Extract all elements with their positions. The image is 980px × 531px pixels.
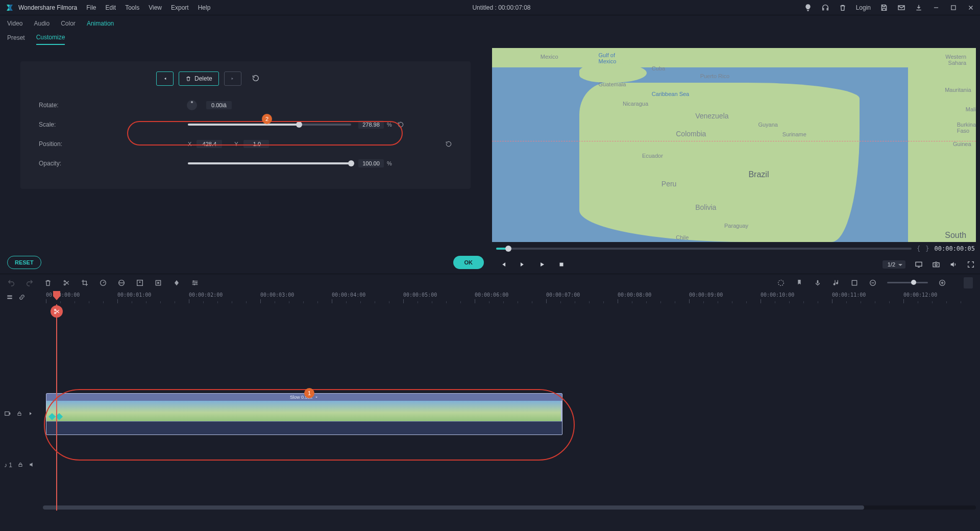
redo-icon[interactable] bbox=[26, 279, 34, 287]
track-toggle-icon[interactable] bbox=[28, 411, 34, 418]
prev-keyframe-button[interactable] bbox=[156, 71, 174, 86]
zoom-in-icon[interactable] bbox=[938, 279, 946, 287]
next-keyframe-button[interactable] bbox=[224, 71, 241, 86]
stop-button[interactable] bbox=[557, 260, 566, 269]
map-label: Venezuela bbox=[695, 112, 728, 120]
voiceover-icon[interactable] bbox=[814, 279, 822, 287]
marker-icon[interactable] bbox=[795, 279, 803, 287]
opacity-label: Opacity: bbox=[39, 160, 69, 167]
video-track-body[interactable]: Slow 0.50x Map Only bbox=[43, 391, 980, 437]
save-icon[interactable] bbox=[880, 4, 888, 12]
map-label: Gulf of Mexico bbox=[599, 52, 617, 64]
undo-icon[interactable] bbox=[7, 279, 15, 287]
zoom-slider[interactable] bbox=[887, 282, 928, 283]
tab-color[interactable]: Color bbox=[61, 20, 76, 27]
opacity-value[interactable]: 100.00 bbox=[358, 159, 384, 167]
scale-reset-icon[interactable] bbox=[397, 121, 404, 128]
color-match-icon[interactable] bbox=[117, 279, 126, 287]
svg-rect-18 bbox=[852, 280, 856, 285]
menu-file[interactable]: File bbox=[86, 4, 96, 11]
adjust-icon[interactable] bbox=[191, 279, 199, 287]
track-video-icon[interactable] bbox=[4, 410, 11, 419]
subtab-customize[interactable]: Customize bbox=[36, 34, 65, 45]
video-clip[interactable]: Slow 0.50x Map Only bbox=[46, 393, 562, 435]
audio-track-body[interactable] bbox=[43, 457, 980, 473]
window-close-icon[interactable] bbox=[967, 4, 975, 12]
headphones-icon[interactable] bbox=[821, 4, 829, 12]
preview-audio-icon[interactable] bbox=[949, 260, 958, 269]
trash-icon[interactable] bbox=[839, 4, 847, 12]
opacity-slider[interactable] bbox=[188, 162, 351, 164]
svg-point-11 bbox=[139, 281, 141, 283]
track-lock-icon[interactable] bbox=[17, 462, 23, 469]
fullscreen-icon[interactable] bbox=[967, 260, 975, 269]
preview-quality-dropdown[interactable]: 1/2 bbox=[883, 260, 905, 269]
scale-value[interactable]: 278.98 bbox=[358, 120, 384, 129]
tab-audio[interactable]: Audio bbox=[34, 20, 50, 27]
delete-icon[interactable] bbox=[44, 279, 52, 287]
window-minimize-icon[interactable] bbox=[932, 4, 940, 12]
window-maximize-icon[interactable] bbox=[949, 4, 958, 12]
speed-icon[interactable] bbox=[99, 279, 107, 287]
mail-icon[interactable] bbox=[897, 4, 905, 12]
menu-help[interactable]: Help bbox=[198, 4, 211, 11]
audio-mixer-icon[interactable] bbox=[832, 279, 840, 287]
preview-canvas[interactable]: Mexico Gulf of Mexico Cuba Puerto Rico C… bbox=[492, 48, 976, 242]
rotate-label: Rotate: bbox=[39, 102, 69, 109]
render-icon[interactable] bbox=[777, 279, 785, 287]
track-lock-icon[interactable] bbox=[16, 411, 22, 418]
track-header-icon[interactable] bbox=[6, 294, 13, 302]
ok-button[interactable]: OK bbox=[453, 256, 484, 269]
snap-icon[interactable] bbox=[850, 279, 859, 287]
track-mute-icon[interactable] bbox=[29, 461, 36, 470]
preview-scrub-slider[interactable] bbox=[496, 248, 912, 250]
login-link[interactable]: Login bbox=[856, 4, 871, 11]
map-label: Mexico bbox=[541, 54, 558, 60]
playhead[interactable] bbox=[56, 304, 57, 511]
tab-animation[interactable]: Animation bbox=[87, 20, 114, 27]
next-frame-button[interactable] bbox=[519, 260, 527, 269]
menu-view[interactable]: View bbox=[149, 4, 162, 11]
link-icon[interactable] bbox=[18, 294, 26, 302]
fit-screen-icon[interactable] bbox=[154, 279, 162, 287]
map-label: Guyana bbox=[758, 122, 778, 128]
reset-button[interactable]: RESET bbox=[7, 256, 41, 269]
tab-video[interactable]: Video bbox=[7, 20, 22, 27]
menubar-right-icons: Login bbox=[804, 4, 975, 12]
keyframe-icon[interactable] bbox=[173, 279, 181, 287]
delete-keyframe-button[interactable]: Delete bbox=[179, 71, 219, 86]
prev-frame-button[interactable] bbox=[499, 260, 507, 269]
green-screen-icon[interactable] bbox=[136, 279, 144, 287]
timeline-ruler[interactable]: 00:00:00:0000:00:01:0000:00:02:0000:00:0… bbox=[43, 291, 980, 304]
scale-slider[interactable] bbox=[188, 124, 351, 126]
preview-display-icon[interactable] bbox=[915, 260, 923, 269]
position-reset-icon[interactable] bbox=[445, 140, 452, 148]
scale-row: Scale: 278.98 % bbox=[39, 116, 452, 133]
snapshot-icon[interactable] bbox=[932, 260, 940, 269]
playhead-split-icon[interactable] bbox=[51, 305, 63, 318]
menu-edit[interactable]: Edit bbox=[106, 4, 116, 11]
rotate-dial[interactable] bbox=[187, 100, 197, 110]
subtab-preset[interactable]: Preset bbox=[7, 34, 25, 44]
position-x-value[interactable]: 428.4 bbox=[197, 140, 222, 148]
download-icon[interactable] bbox=[915, 4, 923, 12]
scale-label: Scale: bbox=[39, 121, 69, 128]
menu-tools[interactable]: Tools bbox=[125, 4, 139, 11]
zoom-out-icon[interactable] bbox=[869, 279, 877, 287]
timeline-horizontal-scrollbar[interactable] bbox=[43, 505, 976, 510]
timeline-view-toggle[interactable] bbox=[964, 277, 973, 288]
bracket-close: } bbox=[925, 245, 929, 252]
menu-export[interactable]: Export bbox=[171, 4, 189, 11]
crop-icon[interactable] bbox=[81, 279, 89, 287]
svg-point-14 bbox=[195, 282, 197, 283]
split-icon[interactable] bbox=[62, 279, 70, 287]
play-button[interactable] bbox=[538, 260, 546, 269]
position-y-value[interactable]: -1.0 bbox=[243, 140, 269, 148]
lightbulb-icon[interactable] bbox=[804, 4, 812, 12]
playhead-knob-icon[interactable] bbox=[52, 291, 61, 302]
map-label: Bolivia bbox=[695, 203, 716, 211]
position-y-label: Y bbox=[234, 141, 238, 147]
clip-speed-bar: Slow 0.50x bbox=[46, 394, 562, 401]
rotate-value[interactable]: 0.00iâ bbox=[206, 101, 232, 109]
reset-keyframe-icon[interactable] bbox=[252, 74, 260, 84]
